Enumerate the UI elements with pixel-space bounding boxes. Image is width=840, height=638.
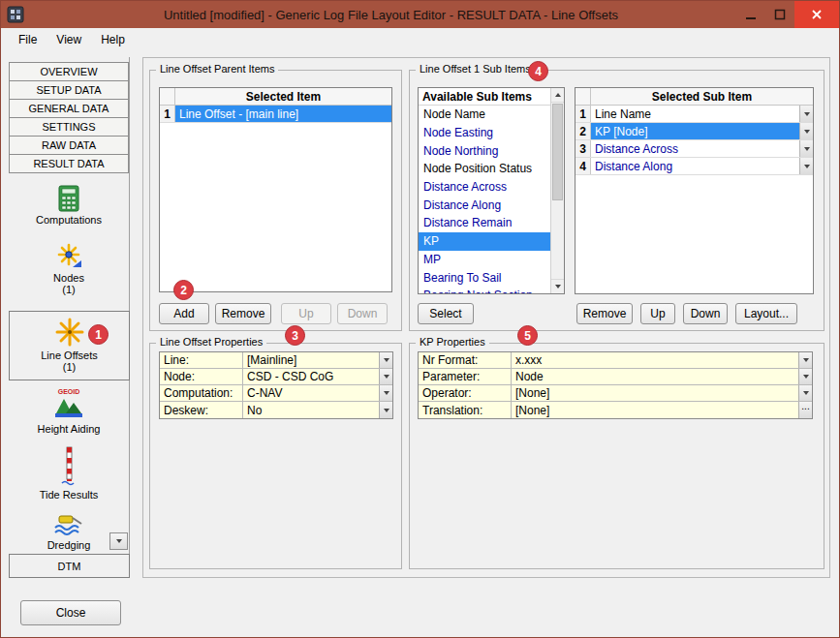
dropdown-button[interactable]: [798, 352, 812, 368]
sidebar-nav-button[interactable]: RESULT DATA: [9, 154, 129, 173]
property-value-field[interactable]: [None] ...: [512, 402, 812, 418]
sub-items-action-button[interactable]: Layout...: [735, 303, 797, 324]
parent-items-action-button[interactable]: Remove: [215, 303, 271, 324]
dropdown-button[interactable]: [799, 123, 813, 139]
dropdown-button[interactable]: [379, 385, 392, 401]
close-window-button[interactable]: [794, 1, 839, 28]
app-icon: [7, 6, 24, 26]
property-row: Operator: [None] ...: [419, 385, 812, 402]
menu-item[interactable]: Help: [91, 30, 135, 49]
main-panel: Line Offset Parent Items Selected Item 1…: [142, 57, 830, 578]
dropdown-button[interactable]: [799, 106, 813, 122]
menu-item[interactable]: File: [9, 30, 47, 49]
parent-items-table: Selected Item 1 Line Offset - [main line…: [159, 87, 392, 292]
available-sub-item[interactable]: Distance Along: [419, 196, 550, 214]
sidebar-item-line-offsets[interactable]: Line Offsets (1): [9, 311, 130, 380]
selected-sub-item-row[interactable]: 3 Distance Across: [576, 140, 813, 158]
sidebar-nav-button[interactable]: GENERAL DATA: [9, 99, 129, 118]
svg-text:GEOID: GEOID: [58, 388, 80, 395]
sidebar-item-label: Dredging: [47, 539, 91, 551]
sub-items-action-button[interactable]: Down: [683, 303, 728, 324]
sidebar-item-nodes[interactable]: Nodes (1): [9, 241, 129, 295]
calculator-icon: [56, 185, 81, 212]
sub-items-action-button[interactable]: Up: [640, 303, 675, 324]
dropdown-button[interactable]: [379, 369, 392, 384]
maximize-button[interactable]: [765, 1, 794, 28]
parent-item-row[interactable]: 1 Line Offset - [main line]: [160, 106, 391, 123]
property-value-field[interactable]: x.xxx ...: [512, 352, 812, 368]
parent-items-action-button[interactable]: Down: [337, 303, 388, 324]
sidebar-item-label: Height Aiding: [38, 423, 101, 435]
scroll-up-button[interactable]: [551, 88, 564, 103]
dropdown-button[interactable]: [379, 352, 392, 368]
available-sub-item[interactable]: Bearing To Sail: [419, 268, 550, 287]
available-sub-item[interactable]: Distance Remain: [419, 214, 550, 232]
chevron-down-icon: [803, 375, 809, 379]
selected-sub-item-row[interactable]: 1 Line Name: [576, 106, 813, 123]
property-row: Computation: C-NAV ...: [160, 385, 392, 402]
sidebar-expand-button[interactable]: [109, 532, 128, 550]
property-value-field[interactable]: [Mainline] ...: [243, 352, 392, 368]
table-header: Selected Item: [160, 88, 391, 106]
chevron-down-icon: [384, 391, 389, 395]
dropdown-button[interactable]: [799, 140, 813, 157]
sidebar-nav-button[interactable]: SETTINGS: [9, 117, 129, 137]
arrow-down-icon: [555, 285, 561, 289]
chevron-down-icon: [384, 375, 389, 379]
scroll-down-button[interactable]: [551, 279, 564, 293]
selected-sub-item-row[interactable]: 4 Distance Along: [576, 158, 813, 175]
parent-items-action-button[interactable]: Up: [281, 303, 331, 324]
property-row: Deskew: No ...: [160, 402, 392, 418]
property-value-field[interactable]: [None] ...: [512, 385, 812, 401]
nodes-icon: [54, 241, 83, 270]
list-header: Available Sub Items: [419, 88, 564, 106]
available-sub-item[interactable]: MP: [419, 251, 550, 269]
available-sub-item[interactable]: KP: [419, 232, 550, 251]
kp-properties-group: KP Properties Nr Format: x.xxx ... Param…: [409, 343, 824, 569]
selected-sub-items-table: Selected Sub Item 1 Line Name 2 KP [Node…: [575, 87, 814, 294]
property-row: Parameter: Node ...: [419, 369, 812, 385]
property-row: Node: CSD - CSD CoG ...: [160, 369, 392, 385]
property-row: Line: [Mainline] ...: [160, 352, 392, 369]
scroll-thumb[interactable]: [552, 104, 563, 200]
sidebar-item-label: Nodes: [53, 272, 84, 284]
dropdown-button[interactable]: [379, 402, 392, 418]
parent-items-action-button[interactable]: Add: [159, 303, 209, 324]
dropdown-button[interactable]: [799, 158, 813, 174]
property-label: Node:: [160, 369, 243, 384]
property-value-field[interactable]: C-NAV ...: [243, 385, 392, 401]
arrow-up-icon: [555, 93, 561, 97]
sidebar-item-height-aiding[interactable]: GEOID Height Aiding: [9, 386, 129, 435]
property-value-field[interactable]: No ...: [243, 402, 392, 418]
available-sub-item[interactable]: Node Northing: [419, 141, 550, 160]
sidebar-item-tide-results[interactable]: Tide Results: [9, 446, 129, 501]
sidebar-nav-button[interactable]: OVERVIEW: [9, 62, 129, 81]
property-value-field[interactable]: CSD - CSD CoG ...: [243, 369, 392, 384]
sidebar-item-computations[interactable]: Computations: [9, 185, 129, 226]
menu-item[interactable]: View: [47, 30, 91, 49]
maximize-icon: [774, 9, 786, 20]
sidebar-nav-button[interactable]: RAW DATA: [9, 136, 129, 155]
chevron-down-icon: [384, 409, 389, 412]
sidebar-item-dtm[interactable]: DTM: [9, 554, 130, 578]
group-label: Line Offset 1 Sub Items: [416, 63, 535, 75]
group-label: KP Properties: [416, 336, 489, 348]
available-sub-item[interactable]: Distance Across: [419, 178, 550, 197]
selected-sub-item-row[interactable]: 2 KP [Node]: [576, 123, 813, 140]
property-value-field[interactable]: Node ...: [512, 369, 812, 384]
available-sub-item[interactable]: Node Name: [419, 106, 550, 124]
ellipsis-button[interactable]: ...: [798, 402, 812, 418]
annotation-badge-3: 3: [285, 325, 305, 346]
available-sub-item[interactable]: Node Easting: [419, 124, 550, 142]
sub-items-action-button[interactable]: Remove: [576, 303, 633, 324]
minimize-button[interactable]: [736, 1, 765, 28]
available-sub-item[interactable]: Node Position Status: [419, 160, 550, 178]
sidebar-nav-button[interactable]: SETUP DATA: [9, 80, 129, 100]
close-button[interactable]: Close: [20, 600, 121, 625]
dropdown-button[interactable]: [798, 369, 812, 384]
available-sub-item[interactable]: Bearing Next Section: [419, 287, 550, 293]
property-row: Nr Format: x.xxx ...: [419, 352, 812, 369]
scrollbar[interactable]: [550, 88, 564, 293]
tide-pole-icon: [60, 446, 78, 487]
dropdown-button[interactable]: [798, 385, 812, 401]
